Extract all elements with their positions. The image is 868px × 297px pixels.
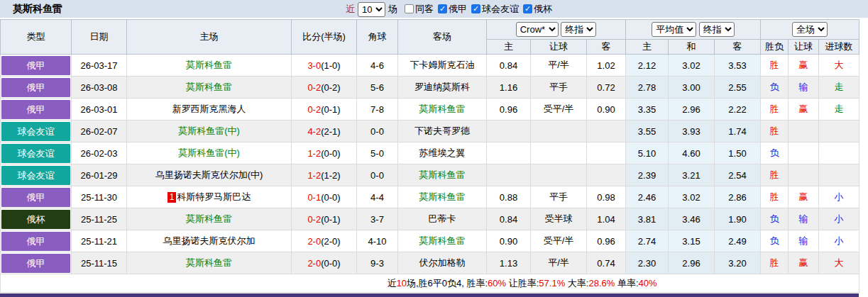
average-select-group: 平均值 终指 bbox=[626, 20, 761, 40]
crow-home-odds-cell bbox=[487, 121, 531, 142]
result-goals-cell: 大 bbox=[819, 55, 859, 77]
league-type-cell: 球会友谊 bbox=[1, 142, 72, 164]
recent-count-select[interactable]: 10 bbox=[358, 2, 385, 17]
avg-home-odds-cell: 3.55 bbox=[626, 121, 669, 142]
checkbox-icon[interactable] bbox=[471, 4, 480, 13]
filter-checkbox-俄甲[interactable]: 俄甲 bbox=[438, 3, 467, 16]
result-goals-cell: 小 bbox=[819, 230, 859, 252]
away-team-cell: 苏维埃之翼 bbox=[398, 142, 487, 164]
page-title: 莫斯科鱼雷 bbox=[13, 3, 62, 16]
checkbox-icon[interactable] bbox=[438, 4, 447, 13]
bookmaker-select[interactable]: Crow* bbox=[516, 22, 559, 37]
league-type-label: 球会友谊 bbox=[1, 144, 70, 163]
away-team-name: 莫斯科鱼雷 bbox=[419, 103, 466, 114]
crow-handicap-cell: 受平/半 bbox=[531, 230, 587, 252]
score-cell: 4-2(2-1) bbox=[292, 121, 357, 142]
average-select[interactable]: 平均值 bbox=[652, 22, 696, 37]
result-handicap-cell bbox=[789, 121, 819, 142]
checkbox-icon[interactable] bbox=[405, 4, 414, 13]
bottom-accent-bar bbox=[0, 293, 859, 297]
league-type-label: 俄甲 bbox=[1, 232, 70, 251]
result-winlose-cell: 负 bbox=[761, 77, 789, 99]
home-team-cell: 莫斯科鱼雷(中) bbox=[127, 121, 292, 142]
match-row: 俄杯25-11-25莫斯科鱼雷0-2(0-1)3-7巴蒂卡0.84受半球1.04… bbox=[1, 208, 859, 230]
crow-handicap-cell: 受半球 bbox=[531, 208, 587, 230]
league-type-label: 球会友谊 bbox=[1, 166, 70, 185]
filter-checkbox-同客[interactable]: 同客 bbox=[405, 3, 434, 16]
result-goals-cell: 小 bbox=[819, 208, 859, 230]
filter-checkbox-俄杯[interactable]: 俄杯 bbox=[523, 3, 552, 16]
match-date-cell: 26-03-08 bbox=[72, 77, 127, 99]
match-date-cell: 26-01-29 bbox=[72, 164, 127, 186]
home-team-name: 莫斯科鱼雷 bbox=[186, 257, 232, 268]
crow-home-odds-cell: 0.88 bbox=[487, 186, 531, 208]
fulltime-score: 4-2 bbox=[307, 126, 321, 137]
avg-away-odds-cell: 2.86 bbox=[715, 186, 761, 208]
away-team-name: 苏维埃之翼 bbox=[419, 147, 466, 158]
fulltime-score: 1-2 bbox=[307, 170, 321, 181]
score-cell: 0-2(0-1) bbox=[292, 208, 357, 230]
summary-cell: 近10场,胜6平0负4, 胜率:60% 让胜率:57.1% 大率:28.6% 单… bbox=[1, 274, 859, 293]
crow-handicap-cell: 平手 bbox=[531, 77, 587, 99]
subcol-crow-away: 客 bbox=[587, 40, 626, 55]
league-type-label: 俄甲 bbox=[1, 254, 70, 273]
scope-select[interactable]: 全场 bbox=[792, 22, 828, 37]
result-handicap-cell: 赢 bbox=[789, 252, 819, 274]
home-team-cell: 莫斯科鱼雷 bbox=[127, 208, 292, 230]
halftime-score: (0-1) bbox=[321, 104, 340, 115]
col-header-away: 客场 bbox=[398, 20, 487, 55]
filter-checkbox-球会友谊[interactable]: 球会友谊 bbox=[471, 3, 519, 16]
summary-segment: 60% bbox=[488, 278, 506, 288]
result-goals-cell: 走 bbox=[819, 77, 859, 99]
away-team-cell: 莫斯科鱼雷 bbox=[398, 99, 487, 121]
crow-away-odds-cell bbox=[587, 164, 626, 186]
league-type-cell: 俄甲 bbox=[1, 99, 72, 121]
crow-away-odds-cell: 0.96 bbox=[587, 230, 626, 252]
subcol-winlose: 胜负 bbox=[761, 40, 789, 55]
match-date-cell: 25-11-25 bbox=[72, 208, 127, 230]
avg-home-odds-cell: 2.39 bbox=[626, 164, 669, 186]
avg-draw-odds-cell: 3.02 bbox=[669, 186, 715, 208]
result-goals-cell: 大 bbox=[819, 252, 859, 274]
avg-draw-odds-cell: 3.93 bbox=[669, 121, 715, 142]
home-team-cell: 乌里扬诺夫斯克伏尔加(中) bbox=[127, 164, 292, 186]
match-date-cell: 25-11-30 bbox=[72, 186, 127, 208]
league-type-cell: 球会友谊 bbox=[1, 164, 72, 186]
fulltime-score: 2-0 bbox=[307, 258, 321, 269]
subcol-avg-away: 客 bbox=[715, 40, 761, 55]
games-label: 场 bbox=[388, 3, 397, 16]
crow-away-odds-cell: 1.04 bbox=[587, 208, 626, 230]
score-cell: 2-0(0-0) bbox=[292, 252, 357, 274]
match-date-cell: 26-02-03 bbox=[72, 142, 127, 164]
match-row: 球会友谊26-02-07莫斯科鱼雷(中)4-2(2-1)0-0下诺夫哥罗德3.5… bbox=[1, 121, 859, 142]
home-team-cell: 莫斯科鱼雷(中) bbox=[127, 142, 292, 164]
result-handicap-cell: 输 bbox=[789, 208, 819, 230]
avg-home-odds-cell: 2.78 bbox=[626, 77, 669, 99]
crow-home-odds-cell bbox=[487, 164, 531, 186]
home-team-cell: 莫斯科鱼雷 bbox=[127, 252, 292, 274]
crow-handicap-cell bbox=[531, 121, 587, 142]
league-type-label: 俄甲 bbox=[1, 188, 70, 207]
average-final-select[interactable]: 终指 bbox=[699, 22, 735, 37]
crow-handicap-cell: 受平/半 bbox=[531, 99, 587, 121]
summary-text: 近10场,胜6平0负4, 胜率:60% 让胜率:57.1% 大率:28.6% 单… bbox=[387, 278, 657, 288]
avg-home-odds-cell: 2.46 bbox=[626, 186, 669, 208]
avg-home-odds-cell: 3.35 bbox=[626, 99, 669, 121]
fulltime-score: 1-2 bbox=[307, 148, 321, 159]
match-row: 俄甲25-11-21乌里扬诺夫斯克伏尔加2-0(2-0)4-10莫斯科鱼雷0.9… bbox=[1, 230, 859, 252]
fulltime-score: 0-2 bbox=[307, 82, 321, 93]
away-team-name: 罗迪纳莫斯科 bbox=[414, 82, 470, 92]
corner-cell: 7-8 bbox=[357, 99, 398, 121]
bookmaker-final-select[interactable]: 终指 bbox=[561, 22, 596, 37]
checkbox-icon[interactable] bbox=[523, 4, 532, 13]
halftime-score: (2-1) bbox=[321, 126, 340, 137]
result-winlose-cell: 负 bbox=[761, 142, 789, 164]
avg-draw-odds-cell: 2.96 bbox=[669, 99, 715, 121]
league-type-cell: 俄杯 bbox=[1, 208, 72, 230]
corner-cell: 0-0 bbox=[357, 164, 398, 186]
col-header-score: 比分(半场) bbox=[292, 20, 357, 55]
away-team-cell: 莫斯科鱼雷 bbox=[398, 230, 487, 252]
avg-away-odds-cell: 3.53 bbox=[715, 55, 761, 77]
away-team-name: 莫斯科鱼雷 bbox=[419, 169, 466, 180]
crow-handicap-cell bbox=[531, 164, 587, 186]
